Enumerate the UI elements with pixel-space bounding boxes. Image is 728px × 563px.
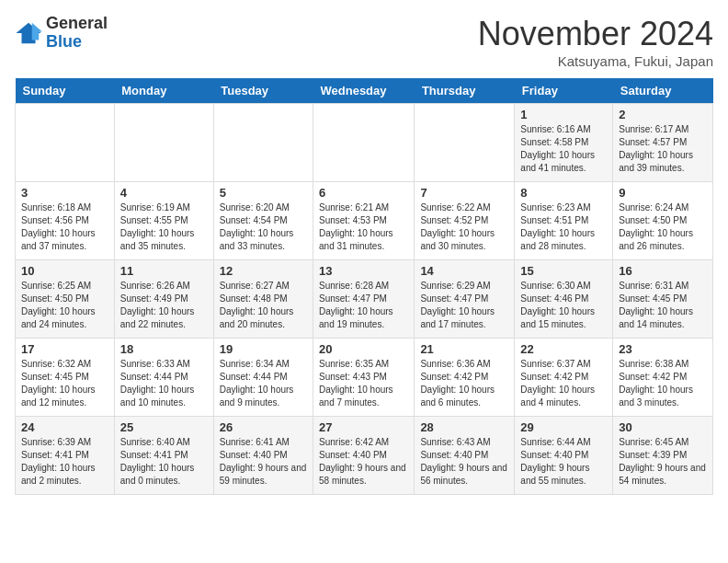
day-header-friday: Friday xyxy=(515,78,613,104)
day-number: 27 xyxy=(319,420,408,434)
title-block: November 2024 Katsuyama, Fukui, Japan xyxy=(478,15,713,69)
header-row: SundayMondayTuesdayWednesdayThursdayFrid… xyxy=(16,78,713,104)
logo-text: General Blue xyxy=(46,15,108,52)
day-info: Sunrise: 6:16 AM Sunset: 4:58 PM Dayligh… xyxy=(520,123,607,175)
day-info: Sunrise: 6:43 AM Sunset: 4:40 PM Dayligh… xyxy=(420,436,508,488)
day-info: Sunrise: 6:35 AM Sunset: 4:43 PM Dayligh… xyxy=(319,358,408,409)
calendar-cell: 26Sunrise: 6:41 AM Sunset: 4:40 PM Dayli… xyxy=(213,417,313,495)
calendar-cell xyxy=(16,104,115,182)
day-info: Sunrise: 6:29 AM Sunset: 4:47 PM Dayligh… xyxy=(420,280,508,331)
calendar-cell: 20Sunrise: 6:35 AM Sunset: 4:43 PM Dayli… xyxy=(313,339,415,417)
day-info: Sunrise: 6:30 AM Sunset: 4:46 PM Dayligh… xyxy=(520,280,607,331)
day-number: 5 xyxy=(220,186,307,200)
calendar-cell xyxy=(313,104,415,182)
day-info: Sunrise: 6:33 AM Sunset: 4:44 PM Dayligh… xyxy=(120,358,208,409)
day-number: 29 xyxy=(520,420,607,434)
calendar-cell: 8Sunrise: 6:23 AM Sunset: 4:51 PM Daylig… xyxy=(515,182,613,260)
day-info: Sunrise: 6:32 AM Sunset: 4:45 PM Dayligh… xyxy=(21,358,108,409)
day-info: Sunrise: 6:44 AM Sunset: 4:40 PM Dayligh… xyxy=(520,436,607,488)
calendar-cell: 21Sunrise: 6:36 AM Sunset: 4:42 PM Dayli… xyxy=(415,339,515,417)
week-row-1: 3Sunrise: 6:18 AM Sunset: 4:56 PM Daylig… xyxy=(16,182,713,260)
calendar-cell: 1Sunrise: 6:16 AM Sunset: 4:58 PM Daylig… xyxy=(515,104,613,182)
day-number: 23 xyxy=(619,342,707,356)
calendar-cell: 24Sunrise: 6:39 AM Sunset: 4:41 PM Dayli… xyxy=(16,417,115,495)
day-info: Sunrise: 6:22 AM Sunset: 4:52 PM Dayligh… xyxy=(420,201,508,253)
day-info: Sunrise: 6:38 AM Sunset: 4:42 PM Dayligh… xyxy=(619,358,707,409)
calendar-cell: 13Sunrise: 6:28 AM Sunset: 4:47 PM Dayli… xyxy=(313,260,415,339)
day-number: 26 xyxy=(220,420,307,434)
calendar-cell: 28Sunrise: 6:43 AM Sunset: 4:40 PM Dayli… xyxy=(415,417,515,495)
day-info: Sunrise: 6:42 AM Sunset: 4:40 PM Dayligh… xyxy=(319,436,408,488)
day-header-sunday: Sunday xyxy=(16,78,115,104)
calendar-cell: 3Sunrise: 6:18 AM Sunset: 4:56 PM Daylig… xyxy=(16,182,115,260)
calendar-cell: 5Sunrise: 6:20 AM Sunset: 4:54 PM Daylig… xyxy=(213,182,313,260)
calendar-cell: 30Sunrise: 6:45 AM Sunset: 4:39 PM Dayli… xyxy=(613,417,713,495)
day-number: 16 xyxy=(619,264,707,278)
day-number: 22 xyxy=(520,342,607,356)
day-info: Sunrise: 6:17 AM Sunset: 4:57 PM Dayligh… xyxy=(619,123,707,175)
day-info: Sunrise: 6:25 AM Sunset: 4:50 PM Dayligh… xyxy=(21,280,108,331)
day-info: Sunrise: 6:24 AM Sunset: 4:50 PM Dayligh… xyxy=(619,201,707,253)
day-number: 10 xyxy=(21,264,108,278)
day-header-wednesday: Wednesday xyxy=(313,78,415,104)
calendar-cell: 11Sunrise: 6:26 AM Sunset: 4:49 PM Dayli… xyxy=(114,260,213,339)
calendar-cell: 2Sunrise: 6:17 AM Sunset: 4:57 PM Daylig… xyxy=(613,104,713,182)
day-info: Sunrise: 6:31 AM Sunset: 4:45 PM Dayligh… xyxy=(619,280,707,331)
calendar-cell: 14Sunrise: 6:29 AM Sunset: 4:47 PM Dayli… xyxy=(415,260,515,339)
day-number: 12 xyxy=(220,264,307,278)
calendar-cell xyxy=(213,104,313,182)
location: Katsuyama, Fukui, Japan xyxy=(478,53,713,69)
day-number: 30 xyxy=(619,420,707,434)
day-number: 25 xyxy=(120,420,208,434)
calendar-cell xyxy=(114,104,213,182)
week-row-2: 10Sunrise: 6:25 AM Sunset: 4:50 PM Dayli… xyxy=(16,260,713,339)
day-header-saturday: Saturday xyxy=(613,78,713,104)
day-number: 20 xyxy=(319,342,408,356)
day-info: Sunrise: 6:27 AM Sunset: 4:48 PM Dayligh… xyxy=(220,280,307,331)
day-info: Sunrise: 6:23 AM Sunset: 4:51 PM Dayligh… xyxy=(520,201,607,253)
calendar-cell: 23Sunrise: 6:38 AM Sunset: 4:42 PM Dayli… xyxy=(613,339,713,417)
logo-general-text: General xyxy=(46,15,108,33)
day-number: 13 xyxy=(319,264,408,278)
calendar-table: SundayMondayTuesdayWednesdayThursdayFrid… xyxy=(15,78,713,495)
day-header-monday: Monday xyxy=(114,78,213,104)
day-number: 6 xyxy=(319,186,408,200)
day-info: Sunrise: 6:39 AM Sunset: 4:41 PM Dayligh… xyxy=(21,436,108,488)
calendar-cell: 29Sunrise: 6:44 AM Sunset: 4:40 PM Dayli… xyxy=(515,417,613,495)
calendar-cell: 4Sunrise: 6:19 AM Sunset: 4:55 PM Daylig… xyxy=(114,182,213,260)
day-info: Sunrise: 6:20 AM Sunset: 4:54 PM Dayligh… xyxy=(220,201,307,253)
month-title: November 2024 xyxy=(478,15,713,53)
day-info: Sunrise: 6:19 AM Sunset: 4:55 PM Dayligh… xyxy=(120,201,208,253)
day-info: Sunrise: 6:40 AM Sunset: 4:41 PM Dayligh… xyxy=(120,436,208,488)
calendar-cell: 17Sunrise: 6:32 AM Sunset: 4:45 PM Dayli… xyxy=(16,339,115,417)
day-number: 19 xyxy=(220,342,307,356)
calendar-cell: 19Sunrise: 6:34 AM Sunset: 4:44 PM Dayli… xyxy=(213,339,313,417)
day-info: Sunrise: 6:34 AM Sunset: 4:44 PM Dayligh… xyxy=(220,358,307,409)
week-row-3: 17Sunrise: 6:32 AM Sunset: 4:45 PM Dayli… xyxy=(16,339,713,417)
day-info: Sunrise: 6:41 AM Sunset: 4:40 PM Dayligh… xyxy=(220,436,307,488)
calendar-cell: 6Sunrise: 6:21 AM Sunset: 4:53 PM Daylig… xyxy=(313,182,415,260)
day-info: Sunrise: 6:21 AM Sunset: 4:53 PM Dayligh… xyxy=(319,201,408,253)
day-number: 2 xyxy=(619,108,707,121)
day-number: 1 xyxy=(520,108,607,121)
day-number: 28 xyxy=(420,420,508,434)
day-number: 21 xyxy=(420,342,508,356)
calendar-cell: 9Sunrise: 6:24 AM Sunset: 4:50 PM Daylig… xyxy=(613,182,713,260)
day-number: 8 xyxy=(520,186,607,200)
day-header-thursday: Thursday xyxy=(415,78,515,104)
calendar-cell: 16Sunrise: 6:31 AM Sunset: 4:45 PM Dayli… xyxy=(613,260,713,339)
logo: General Blue xyxy=(15,15,108,52)
day-info: Sunrise: 6:28 AM Sunset: 4:47 PM Dayligh… xyxy=(319,280,408,331)
day-number: 11 xyxy=(120,264,208,278)
calendar-cell: 15Sunrise: 6:30 AM Sunset: 4:46 PM Dayli… xyxy=(515,260,613,339)
day-number: 3 xyxy=(21,186,108,200)
week-row-4: 24Sunrise: 6:39 AM Sunset: 4:41 PM Dayli… xyxy=(16,417,713,495)
calendar-cell: 18Sunrise: 6:33 AM Sunset: 4:44 PM Dayli… xyxy=(114,339,213,417)
calendar-cell: 27Sunrise: 6:42 AM Sunset: 4:40 PM Dayli… xyxy=(313,417,415,495)
day-info: Sunrise: 6:36 AM Sunset: 4:42 PM Dayligh… xyxy=(420,358,508,409)
calendar-cell: 10Sunrise: 6:25 AM Sunset: 4:50 PM Dayli… xyxy=(16,260,115,339)
day-info: Sunrise: 6:37 AM Sunset: 4:42 PM Dayligh… xyxy=(520,358,607,409)
day-number: 9 xyxy=(619,186,707,200)
day-info: Sunrise: 6:45 AM Sunset: 4:39 PM Dayligh… xyxy=(619,436,707,488)
day-number: 18 xyxy=(120,342,208,356)
